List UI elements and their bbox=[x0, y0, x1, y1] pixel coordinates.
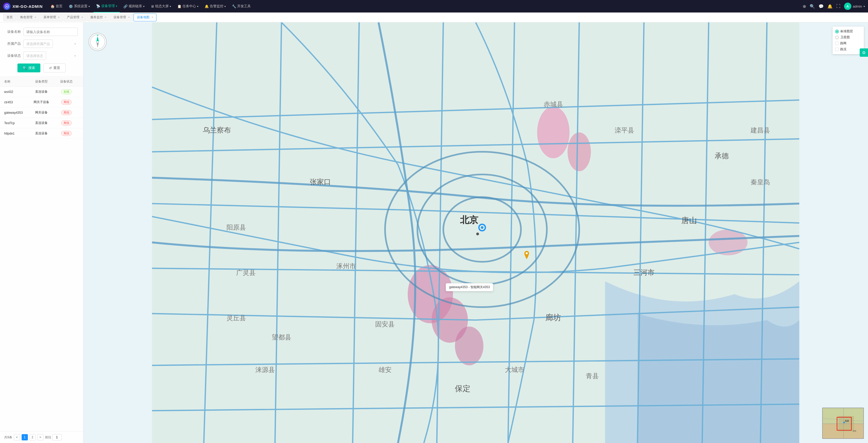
expand-icon[interactable]: ⛶ bbox=[836, 4, 840, 8]
reset-btn-icon: ↺ bbox=[49, 66, 52, 70]
list-item[interactable]: ws432 直连设备 在线 bbox=[0, 87, 83, 97]
map-settings-button[interactable]: ⚙ bbox=[860, 49, 868, 57]
nav-settings[interactable]: ⚙️ 系统设置 ▾ bbox=[66, 0, 92, 12]
status-select[interactable]: 请选择状态 bbox=[24, 52, 46, 60]
tab-product-label: 产品管理 bbox=[67, 15, 80, 20]
svg-text:乌兰察布: 乌兰察布 bbox=[203, 126, 231, 134]
overlay-road-row[interactable]: 路网 bbox=[835, 41, 861, 45]
device-name-cell: httpde1 bbox=[4, 132, 29, 135]
status-badge-offline: 离线 bbox=[61, 100, 71, 105]
nav-task[interactable]: 📋 任务中心 ▾ bbox=[175, 0, 201, 12]
list-item[interactable]: TestTcp 直连设备 离线 bbox=[0, 118, 83, 128]
page-goto-input[interactable] bbox=[52, 434, 62, 440]
tab-map-label: 设备地图 bbox=[137, 15, 149, 20]
tab-device-mgmt[interactable]: 设备管理 × bbox=[110, 13, 133, 21]
bell-icon[interactable]: 🔔 bbox=[827, 4, 833, 9]
col-status: 设备状态 bbox=[54, 80, 79, 84]
tab-map-close[interactable]: × bbox=[152, 16, 153, 19]
tab-device-label: 设备管理 bbox=[114, 15, 126, 20]
minimap: 北京 渤海 bbox=[822, 408, 864, 439]
nav-screen[interactable]: 🖥 组态大屏 ▾ bbox=[148, 0, 174, 12]
product-label: 所属产品 bbox=[5, 41, 24, 46]
screen-icon: 🖥 bbox=[151, 4, 154, 8]
layer-standard-radio[interactable] bbox=[835, 30, 839, 33]
overlay-traffic-row[interactable]: 路况 bbox=[835, 47, 861, 52]
device-icon: 📡 bbox=[96, 4, 100, 8]
tab-device-close[interactable]: × bbox=[128, 16, 130, 19]
device-type-cell: 直连设备 bbox=[29, 121, 54, 125]
top-navbar: XM-GO-ADMIN 🏠 首页 ⚙️ 系统设置 ▾ 📡 设备管理 ▾ 🔗 规则… bbox=[0, 0, 868, 12]
goto-label: 前往 bbox=[45, 435, 51, 440]
svg-text:建昌县: 建昌县 bbox=[750, 126, 770, 134]
list-header: 名称 设备类型 设备状态 bbox=[0, 77, 83, 87]
layer-standard-row[interactable]: 标准图层 bbox=[835, 29, 861, 34]
page-1-button[interactable]: 1 bbox=[22, 434, 28, 440]
svg-text:北京: 北京 bbox=[460, 215, 478, 225]
compass: N bbox=[89, 33, 107, 51]
settings-gear-icon: ⚙ bbox=[862, 50, 866, 55]
tab-device-map[interactable]: 设备地图 × bbox=[133, 13, 156, 21]
tab-service-close[interactable]: × bbox=[105, 16, 106, 19]
page-2-button[interactable]: 2 bbox=[29, 434, 36, 440]
svg-text:广灵县: 广灵县 bbox=[236, 269, 256, 276]
dropdown-arrow-task: ▾ bbox=[197, 5, 198, 8]
list-item[interactable]: httpde1 直连设备 离线 bbox=[0, 128, 83, 139]
map-tooltip: gateway4353 - 智能网关4353 bbox=[446, 283, 493, 291]
device-status-cell: 离线 bbox=[54, 121, 79, 125]
tab-menu[interactable]: 菜单管理 × bbox=[40, 13, 63, 21]
map-svg: 北京 廊坊 三河市 唐山 承德 保定 张家口 乌兰察布 涿州市 固安县 大城市 … bbox=[83, 22, 868, 443]
tab-home[interactable]: 首页 bbox=[3, 13, 16, 21]
next-page-button[interactable]: > bbox=[37, 434, 43, 440]
road-checkbox[interactable] bbox=[835, 42, 839, 45]
tab-product-close[interactable]: × bbox=[82, 16, 83, 19]
user-avatar: A bbox=[844, 3, 851, 10]
tab-role[interactable]: 角色管理 × bbox=[17, 13, 39, 21]
prev-page-button[interactable]: < bbox=[14, 434, 20, 440]
search-btn-icon: 🔍 bbox=[23, 66, 27, 70]
logo[interactable]: XM-GO-ADMIN bbox=[3, 3, 43, 10]
status-badge-offline: 离线 bbox=[61, 121, 71, 125]
traffic-checkbox[interactable] bbox=[835, 48, 839, 51]
tab-menu-close[interactable]: × bbox=[58, 16, 60, 19]
nav-devtools[interactable]: 🔧 开发工具 bbox=[229, 0, 253, 12]
reset-button[interactable]: ↺ 重置 bbox=[43, 64, 66, 72]
product-select[interactable]: 请选择所属产品 bbox=[24, 39, 53, 48]
svg-text:秦皇岛: 秦皇岛 bbox=[751, 178, 770, 186]
rules-icon: 🔗 bbox=[123, 4, 128, 8]
product-select-wrapper: 请选择所属产品 ▾ bbox=[24, 39, 78, 48]
plus-icon[interactable]: ⊕ bbox=[803, 4, 806, 9]
app-name: XM-GO-ADMIN bbox=[12, 4, 43, 8]
device-name-input[interactable] bbox=[24, 28, 78, 36]
layer-satellite-radio[interactable] bbox=[835, 36, 839, 39]
layer-satellite-row[interactable]: 卫星图 bbox=[835, 35, 861, 39]
tab-service[interactable]: 服务监控 × bbox=[87, 13, 110, 21]
tab-product[interactable]: 产品管理 × bbox=[64, 13, 87, 21]
layer-standard-label: 标准图层 bbox=[840, 29, 853, 34]
user-menu[interactable]: A admin ▾ bbox=[844, 3, 865, 10]
device-type-cell: 网关子设备 bbox=[29, 100, 54, 104]
map-marker-gateway[interactable] bbox=[524, 251, 530, 260]
traffic-label: 路况 bbox=[840, 47, 846, 52]
search-button[interactable]: 🔍 搜索 bbox=[18, 64, 40, 72]
svg-text:渤海: 渤海 bbox=[852, 430, 856, 432]
list-item[interactable]: gateway4353 网关设备 离线 bbox=[0, 107, 83, 118]
main-content: 设备名称 所属产品 请选择所属产品 ▾ 设备状态 请选择状态 ▾ bbox=[0, 22, 868, 443]
col-type: 设备类型 bbox=[29, 80, 54, 84]
pagination: 共9条 < 1 2 > 前往 bbox=[0, 431, 83, 443]
svg-text:张家口: 张家口 bbox=[310, 178, 331, 186]
tab-role-close[interactable]: × bbox=[35, 16, 36, 19]
search-icon[interactable]: 🔍 bbox=[810, 4, 815, 9]
home-icon: 🏠 bbox=[51, 4, 55, 8]
device-name-cell: TestTcp bbox=[4, 121, 29, 125]
settings-icon: ⚙️ bbox=[69, 4, 73, 8]
nav-alarm[interactable]: 🔔 告警监控 ▾ bbox=[202, 0, 228, 12]
nav-rules[interactable]: 🔗 规则链库 ▾ bbox=[121, 0, 147, 12]
message-icon[interactable]: 💬 bbox=[818, 4, 824, 9]
page-1-label: 1 bbox=[24, 436, 26, 439]
nav-device[interactable]: 📡 设备管理 ▾ bbox=[93, 0, 120, 12]
list-item[interactable]: ctr453 网关子设备 离线 bbox=[0, 97, 83, 107]
tab-role-label: 角色管理 bbox=[20, 15, 33, 20]
map-area[interactable]: 北京 廊坊 三河市 唐山 承德 保定 张家口 乌兰察布 涿州市 固安县 大城市 … bbox=[83, 22, 868, 443]
product-row: 所属产品 请选择所属产品 ▾ bbox=[5, 39, 78, 48]
nav-home[interactable]: 🏠 首页 bbox=[48, 0, 65, 12]
